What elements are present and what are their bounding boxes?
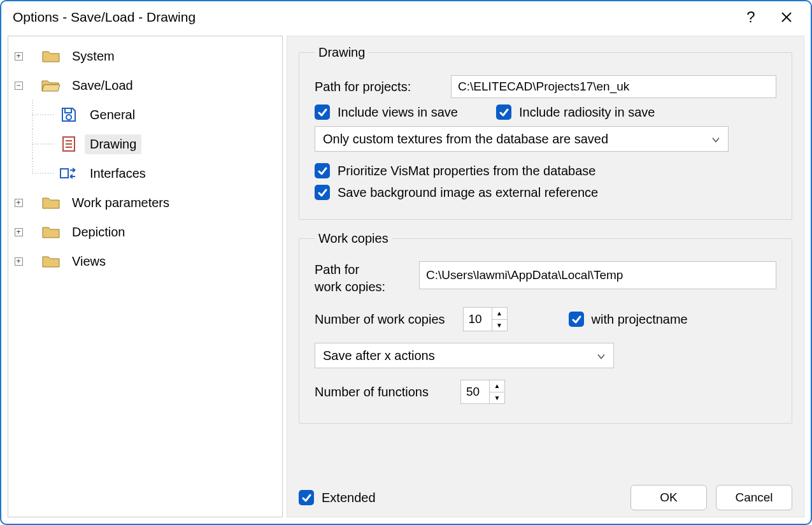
window-title: Options - Save/Load - Drawing [13, 10, 733, 25]
select-textures[interactable]: Only custom textures from the database a… [315, 126, 729, 152]
expand-icon[interactable]: + [15, 228, 23, 236]
tree-label: Save/Load [67, 76, 138, 96]
spinner-value: 50 [461, 380, 489, 403]
folder-icon [41, 224, 61, 240]
tree-item-depiction[interactable]: + Depiction [11, 217, 280, 247]
spinner-num-copies[interactable]: 10 ▲ ▼ [463, 307, 508, 331]
button-label: Cancel [735, 491, 773, 505]
folder-open-icon [41, 78, 61, 93]
tree-label: Depiction [67, 222, 130, 242]
checkbox-label: with projectname [592, 312, 688, 327]
folder-icon [41, 48, 61, 64]
options-dialog: Options - Save/Load - Drawing ? + System [0, 0, 812, 525]
row-textures-select: Only custom textures from the database a… [315, 126, 776, 152]
tree-label: Drawing [85, 134, 141, 154]
spinner-value: 10 [464, 308, 492, 331]
group-legend: Drawing [315, 45, 369, 60]
help-icon: ? [746, 8, 755, 26]
row-num-copies: Number of work copies 10 ▲ ▼ with projec… [315, 307, 776, 331]
svg-rect-4 [65, 108, 71, 113]
tree-item-interfaces[interactable]: Interfaces [11, 159, 280, 188]
button-label: OK [660, 491, 677, 505]
spinner-up-button[interactable]: ▲ [492, 308, 507, 320]
help-button[interactable]: ? [733, 4, 769, 30]
checkbox-label: Include radiosity in save [519, 105, 655, 120]
settings-panel: Drawing Path for projects: C:\ELITECAD\P… [287, 36, 804, 517]
checkmark-icon [299, 490, 314, 505]
row-path-workcopies: Path for work copies: C:\Users\lawmi\App… [315, 261, 776, 296]
label-num-copies: Number of work copies [315, 312, 445, 327]
checkmark-icon [569, 312, 584, 327]
tree-label: General [85, 105, 140, 125]
spinner-down-button[interactable]: ▼ [492, 320, 507, 331]
group-drawing: Drawing Path for projects: C:\ELITECAD\P… [299, 45, 792, 220]
checkbox-include-radiosity[interactable]: Include radiosity in save [496, 104, 655, 120]
checkmark-icon [315, 104, 330, 120]
row-save-bg: Save background image as external refere… [315, 185, 776, 200]
checkbox-label: Save background image as external refere… [338, 185, 598, 200]
checkbox-label: Include views in save [338, 105, 458, 120]
tree-item-system[interactable]: + System [11, 41, 280, 71]
svg-point-5 [66, 115, 71, 120]
label-num-functions: Number of functions [315, 385, 429, 399]
checkbox-save-bg-external[interactable]: Save background image as external refere… [315, 185, 598, 200]
checkmark-icon [496, 104, 511, 120]
input-path-projects[interactable]: C:\ELITECAD\Projects17\en_uk [451, 75, 776, 98]
spinner-num-functions[interactable]: 50 ▲ ▼ [460, 380, 505, 404]
expand-icon[interactable]: + [15, 199, 23, 207]
save-icon [59, 107, 78, 122]
label-path-workcopies: Path for work copies: [315, 261, 410, 296]
document-icon [59, 136, 78, 152]
ok-button[interactable]: OK [630, 485, 707, 510]
checkbox-prioritize-vismat[interactable]: Prioritize VisMat properties from the da… [315, 163, 595, 178]
tree-label: Views [67, 252, 111, 271]
row-num-functions: Number of functions 50 ▲ ▼ [315, 380, 776, 404]
expand-icon[interactable]: + [15, 52, 23, 61]
collapse-icon[interactable]: − [15, 82, 23, 90]
row-save-after: Save after x actions [315, 343, 776, 368]
checkbox-label: Prioritize VisMat properties from the da… [338, 164, 595, 178]
tree-item-general[interactable]: General [11, 100, 280, 129]
chevron-down-icon [711, 132, 720, 147]
checkbox-include-views[interactable]: Include views in save [315, 104, 458, 120]
chevron-down-icon [597, 349, 606, 363]
input-value: C:\ELITECAD\Projects17\en_uk [458, 80, 629, 94]
group-legend: Work copies [315, 231, 392, 246]
row-prioritize: Prioritize VisMat properties from the da… [315, 163, 776, 178]
cancel-button[interactable]: Cancel [716, 485, 792, 510]
dialog-footer: Extended OK Cancel [299, 480, 792, 510]
tree-label: Work parameters [67, 193, 175, 213]
checkmark-icon [315, 163, 330, 178]
close-button[interactable] [769, 4, 804, 30]
group-work-copies: Work copies Path for work copies: C:\Use… [299, 231, 792, 424]
content-area: + System − Save/Load [1, 33, 811, 524]
svg-rect-14 [61, 169, 68, 178]
tree-label: Interfaces [85, 164, 151, 183]
close-icon [781, 11, 792, 23]
title-bar: Options - Save/Load - Drawing ? [1, 1, 811, 33]
checkbox-extended[interactable]: Extended [299, 490, 376, 505]
spinner-up-button[interactable]: ▲ [490, 380, 504, 392]
input-path-workcopies[interactable]: C:\Users\lawmi\AppData\Local\Temp [419, 261, 776, 289]
tree-item-saveload[interactable]: − Save/Load [11, 71, 280, 100]
tree-item-drawing[interactable]: Drawing [11, 129, 280, 159]
select-value: Save after x actions [323, 349, 435, 363]
folder-icon [41, 254, 61, 269]
row-path-projects: Path for projects: C:\ELITECAD\Projects1… [315, 75, 776, 98]
tree-item-workparams[interactable]: + Work parameters [11, 188, 280, 217]
tree-label: System [67, 47, 120, 66]
interfaces-icon [59, 166, 78, 181]
checkmark-icon [315, 185, 330, 200]
label-path-projects: Path for projects: [315, 80, 442, 94]
tree-item-views[interactable]: + Views [11, 247, 280, 276]
checkbox-label: Extended [322, 491, 376, 505]
options-tree[interactable]: + System − Save/Load [8, 36, 283, 517]
spinner-down-button[interactable]: ▼ [490, 392, 504, 404]
expand-icon[interactable]: + [15, 257, 23, 266]
folder-icon [41, 195, 61, 210]
select-save-after[interactable]: Save after x actions [315, 343, 614, 368]
checkbox-with-projectname[interactable]: with projectname [569, 312, 688, 327]
select-value: Only custom textures from the database a… [323, 132, 608, 147]
row-include-flags: Include views in save Include radiosity … [315, 104, 776, 120]
input-value: C:\Users\lawmi\AppData\Local\Temp [426, 268, 623, 282]
